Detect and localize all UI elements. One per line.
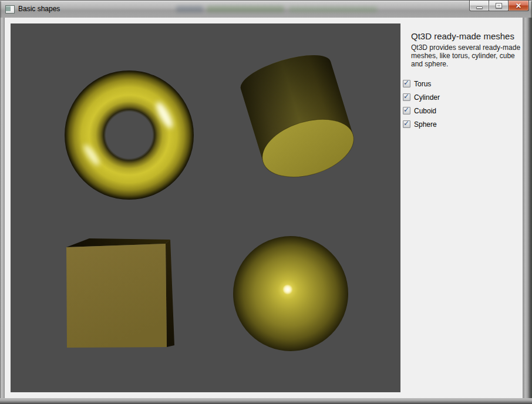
- panel-description: Qt3D provides several ready-made meshes,…: [411, 43, 521, 68]
- checkbox-row-cylinder[interactable]: ✓ Cylinder: [403, 93, 523, 101]
- maximize-button[interactable]: [489, 1, 509, 11]
- app-window: Basic shapes ✕: [0, 0, 532, 404]
- window-frame-left: [0, 18, 5, 404]
- checkbox-row-torus[interactable]: ✓ Torus: [403, 80, 523, 87]
- cylinder-checkbox-label[interactable]: Cylinder: [414, 93, 440, 102]
- mesh-control-panel: Qt3D ready-made meshes Qt3D provides sev…: [400, 18, 523, 398]
- cuboid-checkbox[interactable]: ✓: [403, 107, 410, 115]
- titlebar-glass-artifact: [176, 6, 203, 12]
- torus-checkbox-label[interactable]: Torus: [414, 80, 431, 88]
- cylinder-shape: [236, 47, 361, 187]
- app-icon[interactable]: [5, 5, 15, 14]
- window-title: Basic shapes: [18, 1, 60, 18]
- sphere-checkbox[interactable]: ✓: [403, 120, 410, 128]
- checkbox-row-cuboid[interactable]: ✓ Cuboid: [403, 107, 523, 115]
- minimize-icon: [476, 6, 483, 9]
- cuboid-checkbox-label[interactable]: Cuboid: [414, 107, 436, 115]
- check-icon: ✓: [403, 106, 409, 114]
- check-icon: ✓: [403, 79, 409, 87]
- check-icon: ✓: [403, 92, 409, 100]
- caption-buttons: ✕: [469, 1, 529, 11]
- torus-checkbox[interactable]: ✓: [403, 80, 410, 87]
- sphere-highlight: [282, 284, 293, 295]
- viewport-canvas[interactable]: [11, 23, 400, 392]
- torus-shape: [65, 70, 194, 200]
- close-button[interactable]: ✕: [508, 1, 529, 11]
- maximize-icon: [496, 3, 502, 8]
- cuboid-shape: [66, 238, 174, 348]
- cylinder-checkbox[interactable]: ✓: [403, 93, 410, 101]
- window-frame-right: [523, 18, 532, 404]
- titlebar[interactable]: Basic shapes: [0, 0, 532, 18]
- check-icon: ✓: [403, 119, 409, 127]
- minimize-button[interactable]: [469, 1, 489, 11]
- checkbox-row-sphere[interactable]: ✓ Sphere: [403, 120, 523, 128]
- mesh-checkbox-list: ✓ Torus ✓ Cylinder ✓ Cuboid ✓ Sphere: [403, 80, 523, 128]
- panel-title: Qt3D ready-made meshes: [411, 31, 523, 42]
- titlebar-glass-artifact: [207, 6, 284, 12]
- sphere-shape: [233, 236, 348, 351]
- close-icon: ✕: [516, 1, 521, 11]
- window-frame-bottom: [0, 398, 532, 404]
- titlebar-glass-artifact: [289, 6, 377, 12]
- scene-3d: [11, 23, 400, 392]
- client-area: Qt3D ready-made meshes Qt3D provides sev…: [5, 18, 523, 398]
- sphere-checkbox-label[interactable]: Sphere: [414, 120, 437, 129]
